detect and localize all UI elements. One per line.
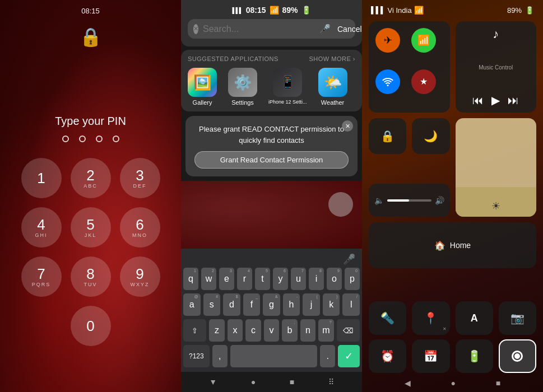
num-btn-2[interactable]: 2 ABC [71, 158, 111, 198]
cc-nav-home[interactable]: ● [451, 379, 456, 388]
key-z[interactable]: z [209, 319, 225, 342]
key-m[interactable]: m? [318, 319, 334, 342]
key-s[interactable]: s# [203, 293, 221, 316]
camera-button[interactable]: 📷 [499, 301, 536, 335]
cc-nav-recents[interactable]: ■ [496, 379, 500, 388]
flashlight-button[interactable]: 🔦 [369, 301, 406, 335]
battery-percent: 89% [282, 6, 298, 15]
alarm-button[interactable]: ⏰ [369, 339, 406, 373]
app-iphone-settings[interactable]: 📱 iPhone 12 Setti... [268, 68, 307, 106]
home-label: Home [450, 241, 471, 250]
key-q[interactable]: q1 [183, 268, 198, 290]
key-d[interactable]: d$ [223, 293, 240, 316]
num-btn-5[interactable]: 5 JKL [71, 207, 111, 248]
battery-button[interactable]: 🔋 [456, 339, 493, 373]
num-btn-9[interactable]: 9 WXYZ [120, 256, 160, 297]
num-btn-7[interactable]: 7 PQRS [21, 256, 62, 297]
num-btn-6[interactable]: 6 MNO [120, 207, 160, 248]
key-go-button[interactable]: ✓ [338, 345, 360, 367]
key-i[interactable]: i8 [309, 268, 324, 290]
num-btn-4[interactable]: 4 GHI [21, 207, 62, 248]
key-w[interactable]: w2 [201, 268, 216, 290]
cc-signal-icon: ▌▌▌ [371, 6, 386, 14]
keyboard-bottom-row: ?123 , . ✓ [183, 345, 360, 370]
app-gallery[interactable]: 🖼️ Gallery [188, 68, 217, 106]
bluetooth-button[interactable]: ★ [411, 69, 436, 94]
key-num-switch[interactable]: ?123 [183, 345, 210, 367]
key-backspace[interactable]: ⌫ [337, 319, 360, 342]
location-off-button[interactable]: 📍 ✕ [412, 301, 449, 335]
search-top-panel: ▌▌▌ 08:15 📶 89% 🔋 ✕ 🎤 Cancel [181, 0, 362, 46]
screen-record-button[interactable] [499, 339, 536, 373]
key-j[interactable]: j( [303, 293, 320, 316]
home-block[interactable]: 🏠 Home [369, 222, 536, 268]
search-screen: ▌▌▌ 08:15 📶 89% 🔋 ✕ 🎤 Cancel SUGGESTED A… [181, 0, 362, 392]
app-icons-row: 🖼️ Gallery ⚙️ Settings 📱 iPhone 12 Setti… [188, 68, 355, 106]
do-not-disturb-button[interactable]: 🌙 [412, 118, 449, 154]
key-f[interactable]: f_ [243, 293, 261, 316]
nav-back-icon[interactable]: ▼ [209, 377, 217, 386]
music-play-button[interactable]: ▶ [491, 94, 500, 107]
key-l[interactable]: l/ [342, 293, 360, 316]
nav-recents-icon[interactable]: ■ [290, 377, 294, 386]
key-a[interactable]: a@ [183, 293, 201, 316]
airplane-mode-button[interactable]: ✈ [375, 28, 400, 53]
keyboard-toolbar: 🎤 [183, 252, 360, 268]
connectivity-block: ✈ 📶 ★ [369, 21, 450, 113]
mic-icon[interactable]: 🎤 [319, 24, 331, 34]
search-input[interactable] [203, 24, 315, 34]
search-cancel-button[interactable]: Cancel [335, 25, 362, 34]
key-g[interactable]: g& [263, 293, 280, 316]
key-k[interactable]: k) [323, 293, 340, 316]
cellular-button[interactable]: 📶 [411, 28, 436, 53]
music-label: Music Control [479, 64, 513, 71]
pin-dots [62, 136, 119, 142]
key-t[interactable]: t5 [255, 268, 270, 290]
key-shift[interactable]: ⇧ [183, 319, 206, 342]
orientation-lock-button[interactable]: 🔒 [369, 118, 406, 154]
keyboard-mic-button[interactable]: 🎤 [343, 253, 355, 265]
nav-menu-icon[interactable]: ⠿ [328, 377, 334, 386]
nav-home-icon[interactable]: ● [251, 377, 256, 386]
num-btn-0[interactable]: 0 [71, 306, 111, 346]
wifi-button[interactable] [375, 69, 400, 94]
app-weather[interactable]: 🌤️ Weather [318, 68, 347, 106]
accessibility-button[interactable]: A [456, 301, 493, 335]
key-h[interactable]: h- [283, 293, 300, 316]
key-r[interactable]: r4 [237, 268, 252, 290]
show-more-button[interactable]: Show more › [309, 55, 356, 62]
key-space[interactable] [230, 345, 317, 367]
floating-circle [328, 192, 353, 217]
key-period[interactable]: . [320, 345, 335, 367]
key-o[interactable]: o9 [327, 268, 342, 290]
num-btn-1[interactable]: 1 [21, 158, 62, 198]
cc-nav-back[interactable]: ◀ [405, 379, 411, 388]
search-close-icon[interactable]: ✕ [193, 24, 198, 34]
num-btn-3[interactable]: 3 DEF [120, 158, 160, 198]
gallery-label: Gallery [193, 99, 212, 106]
brightness-slider[interactable]: ☀ [456, 118, 537, 217]
key-v[interactable]: v [264, 319, 280, 342]
grant-permission-button[interactable]: Grant Read Contact Permission [194, 151, 349, 169]
music-prev-button[interactable]: ⏮ [472, 94, 484, 107]
volume-block: 🔈 🔊 [369, 184, 450, 217]
music-next-button[interactable]: ⏭ [508, 94, 519, 107]
cc-battery-percent: 89% [507, 6, 522, 15]
calendar-button[interactable]: 📅 [412, 339, 449, 373]
cc-status-bar: ▌▌▌ Vi India 📶 89% 🔋 [362, 0, 543, 18]
key-e[interactable]: e3 [219, 268, 234, 290]
key-b[interactable]: b; [282, 319, 298, 342]
permission-close-button[interactable]: ✕ [342, 120, 353, 132]
gallery-icon: 🖼️ [188, 68, 217, 97]
key-n[interactable]: n [300, 319, 316, 342]
pin-title: Type your PIN [55, 115, 126, 128]
key-u[interactable]: u7 [291, 268, 306, 290]
key-comma[interactable]: , [212, 345, 228, 367]
key-x[interactable]: x [228, 319, 243, 342]
search-bar[interactable]: ✕ 🎤 Cancel [188, 19, 355, 39]
key-y[interactable]: y6 [273, 268, 288, 290]
key-p[interactable]: p0 [345, 268, 360, 290]
key-c[interactable]: c [245, 319, 261, 342]
app-settings[interactable]: ⚙️ Settings [228, 68, 257, 106]
num-btn-8[interactable]: 8 TUV [71, 256, 111, 297]
